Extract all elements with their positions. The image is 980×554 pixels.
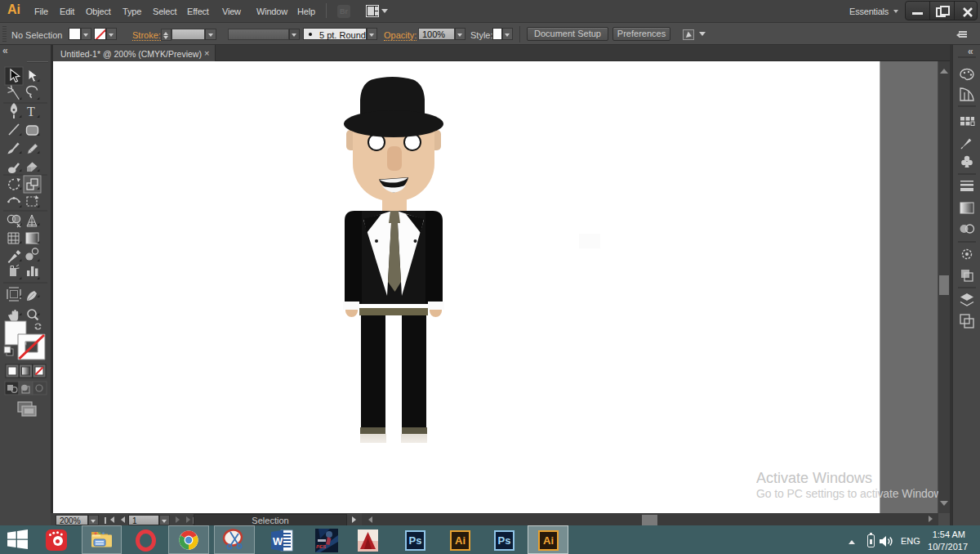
svg-text:PES: PES bbox=[316, 544, 326, 549]
svg-text:«: « bbox=[2, 45, 8, 56]
svg-text:W: W bbox=[273, 535, 283, 547]
svg-text:«: « bbox=[968, 46, 973, 57]
svg-text:T: T bbox=[27, 105, 35, 118]
